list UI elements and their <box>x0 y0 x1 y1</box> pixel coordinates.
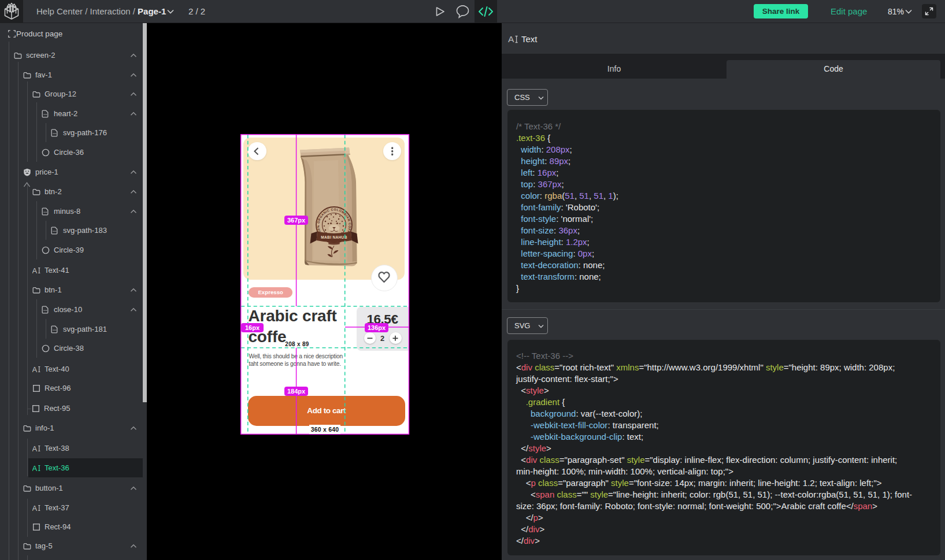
svg-text:A: A <box>508 34 514 44</box>
svg-text:A: A <box>32 504 38 512</box>
svg-text:A: A <box>32 266 38 275</box>
svg-text:A: A <box>32 464 38 472</box>
svg-text:A: A <box>32 444 38 453</box>
svg-text:A: A <box>32 365 38 373</box>
